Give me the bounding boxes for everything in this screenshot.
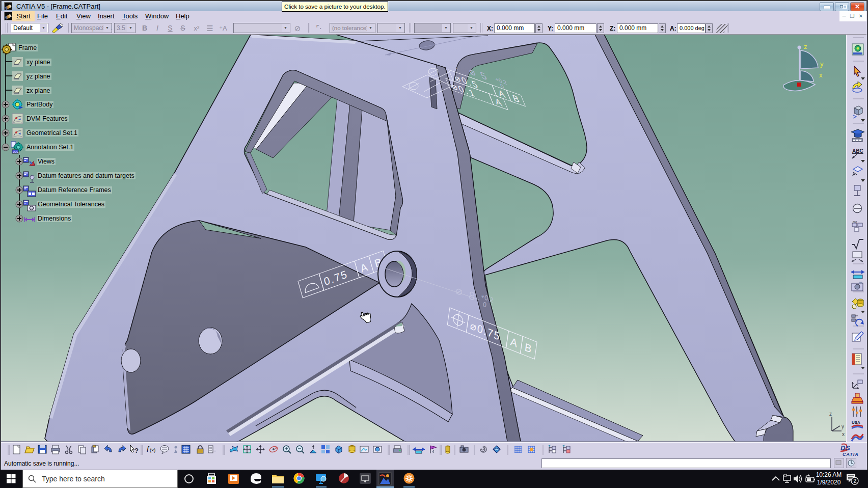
svg-text:ABC: ABC — [852, 148, 863, 154]
svg-text:CATIA: CATIA — [843, 452, 859, 457]
svg-text:=: = — [213, 448, 216, 453]
svg-text:x: x — [819, 71, 823, 79]
svg-text:y: y — [842, 424, 844, 429]
svg-text:S: S — [846, 444, 850, 452]
svg-text:(×): (×) — [150, 448, 155, 453]
svg-text:888: 888 — [853, 221, 857, 224]
svg-text:z: z — [829, 411, 832, 417]
svg-text:USA: USA — [852, 420, 860, 425]
svg-text:x: x — [842, 431, 845, 437]
svg-text:D: D — [840, 444, 846, 452]
svg-text:z: z — [804, 43, 807, 50]
svg-text:?: ? — [134, 447, 139, 454]
svg-text:DOC: DOC — [13, 150, 19, 153]
svg-text:4: 4 — [432, 449, 435, 454]
svg-text:2: 2 — [854, 478, 857, 484]
svg-text:y: y — [820, 60, 824, 68]
